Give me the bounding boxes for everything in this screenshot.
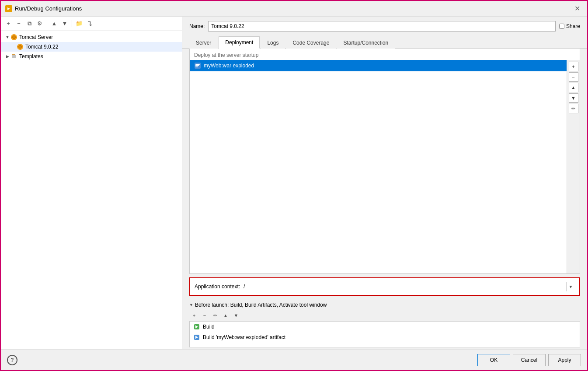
- tree-arrow-instance: [10, 44, 17, 50]
- settings-config-button[interactable]: ⚙: [35, 19, 45, 28]
- app-context-dropdown[interactable]: ▼: [566, 282, 575, 291]
- config-tree: ▼ Tomcat Server: [1, 31, 182, 349]
- bl-up-button[interactable]: ▲: [221, 311, 230, 320]
- app-context-label: Application context:: [195, 284, 240, 290]
- tab-code-coverage[interactable]: Code Coverage: [286, 37, 336, 49]
- share-area: Share: [559, 23, 580, 29]
- tomcat-server-label: Tomcat Server: [19, 34, 53, 40]
- bl-add-button[interactable]: +: [189, 311, 199, 320]
- name-input[interactable]: [208, 21, 556, 32]
- tab-content: Deploy at the server startup: [189, 49, 580, 274]
- tree-item-tomcat-server[interactable]: ▼ Tomcat Server: [1, 32, 182, 42]
- title-bar: Run/Debug Configurations ✕: [1, 1, 587, 17]
- share-label: Share: [566, 23, 580, 29]
- before-launch-section: ▼ Before launch: Build, Build Artifacts,…: [189, 299, 580, 349]
- before-launch-toolbar: + − ✏ ▲ ▼: [189, 310, 580, 321]
- tree-arrow-templates: ▶: [4, 53, 10, 60]
- before-launch-header: ▼ Before launch: Build, Build Artifacts,…: [189, 299, 580, 310]
- toolbar-separator-1: [47, 20, 47, 27]
- tab-server[interactable]: Server: [189, 37, 218, 49]
- bl-item-artifact-label: Build 'myWeb:war exploded' artifact: [203, 334, 285, 340]
- tree-arrow-tomcat-server: ▼: [4, 34, 10, 40]
- templates-label: Templates: [19, 53, 43, 60]
- tomcat-instance-icon: [17, 43, 24, 50]
- before-launch-list: Build Build 'myWeb:war exploded' artifac…: [189, 321, 580, 347]
- cancel-button[interactable]: Cancel: [513, 354, 546, 366]
- left-panel: + − ⧉ ⚙ ▲ ▼ 📁 ⇅ ▼: [1, 17, 182, 349]
- app-context-row: Application context: ▼: [189, 277, 580, 296]
- deploy-add-button[interactable]: +: [569, 62, 578, 71]
- deploy-item-icon: [194, 62, 201, 69]
- tomcat-instance-label: Tomcat 9.0.22: [25, 44, 58, 50]
- bl-down-button[interactable]: ▼: [231, 311, 241, 320]
- bl-remove-button[interactable]: −: [200, 311, 209, 320]
- ok-button[interactable]: OK: [477, 354, 510, 366]
- build-icon: [193, 323, 200, 330]
- folder-button[interactable]: 📁: [74, 19, 84, 28]
- move-up-button[interactable]: ▲: [49, 19, 59, 28]
- bl-item-build-artifact[interactable]: Build 'myWeb:war exploded' artifact: [190, 332, 580, 343]
- svg-rect-18: [195, 65, 199, 66]
- left-toolbar: + − ⧉ ⚙ ▲ ▼ 📁 ⇅: [1, 17, 182, 31]
- deploy-remove-button[interactable]: −: [569, 72, 578, 82]
- templates-icon: [10, 53, 17, 60]
- add-config-button[interactable]: +: [3, 19, 13, 28]
- tomcat-server-icon: [10, 34, 17, 41]
- apply-button[interactable]: Apply: [548, 354, 581, 366]
- run-debug-configurations-dialog: Run/Debug Configurations ✕ + − ⧉ ⚙ ▲ ▼ 📁…: [0, 0, 588, 371]
- copy-config-button[interactable]: ⧉: [24, 19, 34, 28]
- svg-rect-19: [195, 66, 198, 67]
- share-checkbox[interactable]: [559, 24, 564, 29]
- deploy-edit-button[interactable]: ✏: [569, 104, 578, 113]
- collapse-arrow[interactable]: ▼: [189, 303, 193, 307]
- bottom-bar: ? OK Cancel Apply: [1, 349, 587, 370]
- deploy-down-button[interactable]: ▼: [569, 93, 578, 103]
- svg-rect-17: [195, 64, 200, 65]
- dialog-title: Run/Debug Configurations: [15, 5, 82, 12]
- deploy-item-myweb[interactable]: myWeb:war exploded: [190, 60, 580, 71]
- main-content: + − ⧉ ⚙ ▲ ▼ 📁 ⇅ ▼: [1, 17, 587, 349]
- toolbar-separator-2: [72, 20, 72, 27]
- deploy-list-area: myWeb:war exploded + − ▲ ▼ ✏: [190, 60, 580, 273]
- side-buttons: + − ▲ ▼ ✏: [567, 60, 580, 273]
- build-artifact-icon: [193, 334, 200, 341]
- dialog-icon: [5, 5, 12, 12]
- tab-startup-connection[interactable]: Startup/Connection: [337, 37, 395, 49]
- tab-deployment[interactable]: Deployment: [219, 36, 260, 49]
- tree-item-tomcat-instance[interactable]: Tomcat 9.0.22: [1, 42, 182, 52]
- app-context-input[interactable]: [244, 282, 563, 291]
- tabs-row: Server Deployment Logs Code Coverage Sta…: [182, 36, 587, 49]
- remove-config-button[interactable]: −: [14, 19, 24, 28]
- bl-item-build-label: Build: [203, 324, 215, 330]
- bl-edit-button[interactable]: ✏: [210, 311, 220, 320]
- close-button[interactable]: ✕: [572, 4, 583, 13]
- action-buttons: OK Cancel Apply: [477, 354, 581, 366]
- title-bar-left: Run/Debug Configurations: [5, 5, 82, 12]
- right-panel: Name: Share Server Deployment Logs Code …: [182, 17, 587, 349]
- help-button[interactable]: ?: [7, 355, 17, 365]
- tree-item-templates[interactable]: ▶ Templates: [1, 52, 182, 61]
- name-label: Name:: [189, 23, 205, 29]
- name-row: Name: Share: [182, 17, 587, 36]
- bl-item-build[interactable]: Build: [190, 322, 580, 332]
- before-launch-title: Before launch: Build, Build Artifacts, A…: [195, 302, 327, 308]
- move-down-button[interactable]: ▼: [60, 19, 70, 28]
- deploy-up-button[interactable]: ▲: [569, 83, 578, 92]
- deploy-section-label: Deploy at the server startup: [190, 49, 580, 60]
- deploy-list: myWeb:war exploded: [190, 60, 580, 273]
- deploy-item-label: myWeb:war exploded: [204, 63, 254, 69]
- sort-button[interactable]: ⇅: [85, 19, 94, 28]
- tab-logs[interactable]: Logs: [261, 37, 285, 49]
